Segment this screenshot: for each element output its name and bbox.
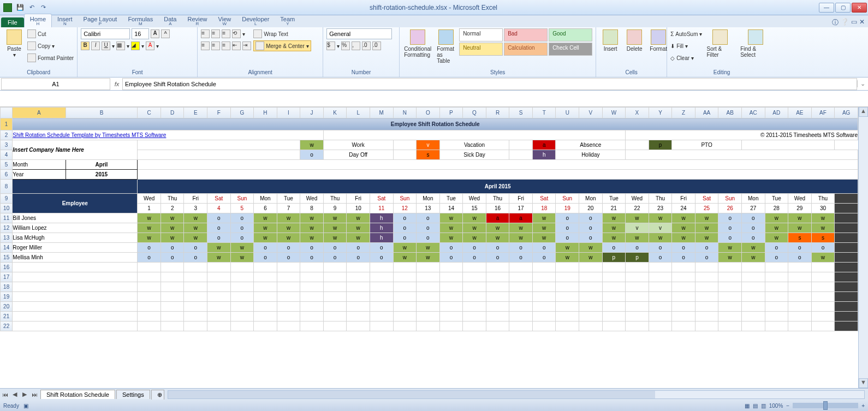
col-header[interactable]: M bbox=[370, 108, 393, 118]
help-icon[interactable]: ❔ bbox=[841, 18, 849, 27]
shift-cell[interactable]: w bbox=[765, 223, 788, 233]
fx-icon[interactable]: fx bbox=[111, 81, 122, 87]
col-header[interactable]: A bbox=[13, 108, 66, 118]
style-normal[interactable]: Normal bbox=[459, 28, 503, 41]
style-neutral[interactable]: Neutral bbox=[459, 43, 503, 56]
col-header[interactable]: AD bbox=[765, 108, 788, 118]
shift-cell[interactable]: w bbox=[672, 213, 695, 223]
maximize-button[interactable]: ▢ bbox=[835, 3, 851, 13]
merge-center-button[interactable]: Merge & Center▾ bbox=[253, 40, 311, 51]
shift-cell[interactable]: o bbox=[509, 243, 533, 253]
align-top-icon[interactable]: ≡ bbox=[201, 29, 210, 38]
shift-cell[interactable]: o bbox=[254, 253, 277, 263]
col-header[interactable]: T bbox=[532, 108, 556, 118]
shift-cell[interactable]: o bbox=[556, 213, 579, 223]
shift-cell[interactable]: w bbox=[323, 213, 347, 223]
shift-cell[interactable]: h bbox=[370, 233, 393, 243]
new-sheet-button[interactable]: ⊕ bbox=[151, 390, 164, 400]
shift-cell[interactable]: w bbox=[277, 213, 300, 223]
shift-cell[interactable]: w bbox=[254, 233, 277, 243]
shift-cell[interactable]: o bbox=[417, 213, 440, 223]
shift-cell[interactable]: w bbox=[230, 253, 254, 263]
shift-cell[interactable]: w bbox=[579, 243, 603, 253]
col-header[interactable]: AC bbox=[741, 108, 765, 118]
shift-cell[interactable]: w bbox=[741, 243, 765, 253]
shift-cell[interactable]: o bbox=[184, 243, 207, 253]
sheet-tab-settings[interactable]: Settings bbox=[116, 390, 150, 399]
shift-cell[interactable]: w bbox=[160, 233, 184, 243]
col-header[interactable]: O bbox=[417, 108, 440, 118]
shift-cell[interactable]: w bbox=[300, 233, 324, 243]
style-bad[interactable]: Bad bbox=[504, 28, 548, 41]
cut-button[interactable]: Cut bbox=[27, 28, 74, 39]
delete-cells-button[interactable]: Delete bbox=[623, 28, 645, 53]
shift-cell[interactable]: o bbox=[277, 243, 300, 253]
year-value[interactable]: 2015 bbox=[66, 170, 138, 180]
shift-cell[interactable]: w bbox=[532, 213, 556, 223]
shift-cell[interactable]: o bbox=[160, 253, 184, 263]
shift-cell[interactable]: o bbox=[532, 243, 556, 253]
number-format-select[interactable] bbox=[326, 28, 392, 39]
shift-cell[interactable]: o bbox=[323, 253, 347, 263]
tab-home[interactable]: HomeH bbox=[24, 14, 52, 27]
col-header[interactable]: D bbox=[160, 108, 184, 118]
redo-icon[interactable]: ↷ bbox=[38, 3, 48, 13]
tab-page-layout[interactable]: Page LayoutP bbox=[78, 14, 123, 27]
help-icon[interactable]: ⓘ bbox=[832, 18, 839, 27]
fill-button[interactable]: ⬇ Fill▾ bbox=[670, 40, 702, 51]
shift-cell[interactable]: o bbox=[300, 243, 324, 253]
shift-cell[interactable]: w bbox=[811, 213, 835, 223]
shift-cell[interactable]: o bbox=[579, 223, 603, 233]
col-header[interactable]: I bbox=[277, 108, 300, 118]
tab-team[interactable]: TeamY bbox=[275, 14, 300, 27]
shift-cell[interactable]: w bbox=[486, 233, 509, 243]
shift-cell[interactable]: o bbox=[672, 243, 695, 253]
insert-cells-button[interactable]: Insert bbox=[599, 28, 621, 53]
fill-color-button[interactable]: ◢ bbox=[131, 41, 140, 50]
border-button[interactable]: ▦ bbox=[116, 41, 125, 50]
employee-name[interactable]: Mellisa Minh bbox=[13, 253, 138, 263]
tab-view[interactable]: ViewW bbox=[213, 14, 237, 27]
shift-cell[interactable]: w bbox=[718, 253, 742, 263]
shift-cell[interactable]: w bbox=[277, 223, 300, 233]
percent-icon[interactable]: % bbox=[341, 41, 350, 50]
col-header[interactable]: U bbox=[556, 108, 579, 118]
template-link[interactable]: Shift Rotation Schedule Template by Time… bbox=[13, 130, 324, 140]
shift-cell[interactable]: w bbox=[463, 233, 486, 243]
macro-icon[interactable]: ▣ bbox=[23, 403, 28, 409]
col-header[interactable]: AA bbox=[695, 108, 718, 118]
shift-cell[interactable]: p bbox=[602, 253, 626, 263]
view-layout-icon[interactable]: ▤ bbox=[753, 403, 758, 409]
shift-cell[interactable]: o bbox=[207, 223, 231, 233]
shift-cell[interactable]: o bbox=[347, 253, 370, 263]
shift-cell[interactable]: w bbox=[463, 223, 486, 233]
align-middle-icon[interactable]: ≡ bbox=[211, 29, 220, 38]
shift-cell[interactable]: o bbox=[254, 243, 277, 253]
underline-button[interactable]: U bbox=[102, 41, 110, 50]
view-normal-icon[interactable]: ▦ bbox=[745, 403, 750, 409]
shift-cell[interactable]: o bbox=[509, 253, 533, 263]
shift-cell[interactable]: w bbox=[532, 223, 556, 233]
zoom-slider[interactable] bbox=[793, 403, 858, 408]
shift-cell[interactable]: w bbox=[649, 233, 672, 243]
col-header[interactable]: Q bbox=[463, 108, 486, 118]
shift-cell[interactable]: o bbox=[741, 223, 765, 233]
shift-cell[interactable]: w bbox=[695, 213, 718, 223]
col-header[interactable]: E bbox=[184, 108, 207, 118]
col-header[interactable]: AB bbox=[718, 108, 742, 118]
col-header[interactable]: K bbox=[323, 108, 347, 118]
col-header[interactable]: Z bbox=[672, 108, 695, 118]
col-header[interactable]: L bbox=[347, 108, 370, 118]
shift-cell[interactable]: o bbox=[579, 233, 603, 243]
format-painter-button[interactable]: Format Painter bbox=[27, 52, 74, 63]
shift-cell[interactable]: o bbox=[230, 213, 254, 223]
expand-formula-icon[interactable]: ⌄ bbox=[857, 80, 868, 87]
decrease-decimal-icon[interactable]: .0 bbox=[372, 41, 381, 50]
employee-name[interactable]: William Lopez bbox=[13, 223, 138, 233]
tab-data[interactable]: DataA bbox=[158, 14, 182, 27]
format-cells-button[interactable]: Format bbox=[647, 28, 669, 53]
shift-cell[interactable]: o bbox=[486, 243, 509, 253]
shift-cell[interactable]: w bbox=[579, 253, 603, 263]
shift-cell[interactable]: w bbox=[556, 253, 579, 263]
shift-cell[interactable]: w bbox=[532, 233, 556, 243]
